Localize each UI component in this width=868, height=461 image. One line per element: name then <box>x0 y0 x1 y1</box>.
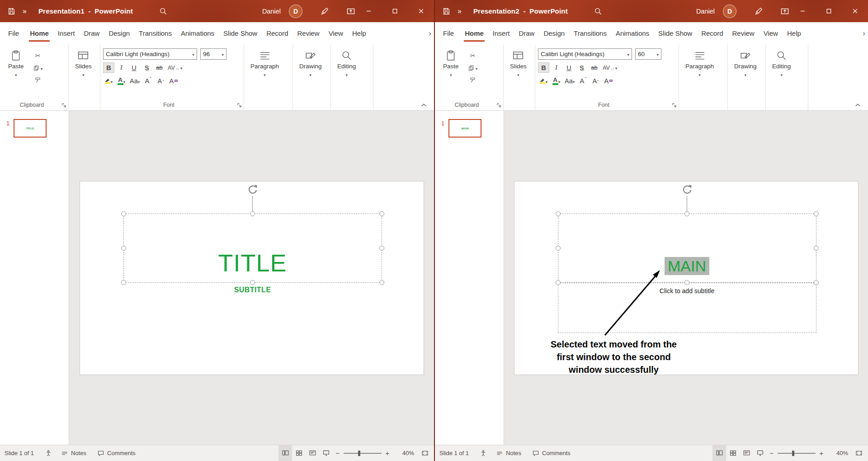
title-placeholder[interactable]: MAIN MAIN <box>558 214 816 283</box>
normal-view-button[interactable] <box>712 445 726 461</box>
character-spacing-button[interactable]: AV <box>166 62 184 73</box>
slide-canvas[interactable]: MAIN MAIN Click to add subtitle Selected… <box>504 111 868 445</box>
slide-subtitle-text[interactable]: SUBTITLE <box>123 286 382 294</box>
clear-formatting-button[interactable]: A <box>603 76 614 86</box>
zoom-in-button[interactable] <box>382 449 392 457</box>
notes-button[interactable]: Notes <box>496 450 521 457</box>
rotate-handle-icon[interactable] <box>247 184 259 195</box>
new-slide-button[interactable]: Slides <box>71 48 95 79</box>
notes-button[interactable]: Notes <box>61 450 86 457</box>
slideshow-button[interactable] <box>319 445 333 461</box>
tab-file[interactable]: File <box>2 22 25 45</box>
zoom-thumb[interactable] <box>358 451 360 456</box>
drawing-button[interactable]: Drawing <box>296 48 326 79</box>
tab-transitions[interactable]: Transitions <box>569 22 611 45</box>
maximize-button[interactable] <box>382 0 408 22</box>
tab-review[interactable]: Review <box>728 22 759 45</box>
font-color-button[interactable]: A <box>116 76 127 86</box>
quick-access-more-icon[interactable]: » <box>23 8 27 15</box>
font-name-select[interactable]: Calibri Light (Headings) <box>538 48 632 60</box>
pen-icon[interactable] <box>755 7 763 15</box>
slide-title-text[interactable]: TITLE <box>218 251 287 275</box>
tab-slide-show[interactable]: Slide Show <box>219 22 262 45</box>
slide-canvas[interactable]: TITLE TITLE SUBTITLE <box>69 111 434 445</box>
close-button[interactable] <box>842 0 868 22</box>
format-painter-button[interactable] <box>30 76 46 85</box>
selection-handle[interactable] <box>556 211 561 216</box>
dialog-launcher-icon[interactable] <box>496 103 501 108</box>
user-name[interactable]: Daniel <box>262 8 281 15</box>
search-icon[interactable] <box>594 7 602 15</box>
selection-handle[interactable] <box>121 280 126 285</box>
format-painter-button[interactable] <box>465 76 481 85</box>
zoom-in-button[interactable] <box>816 449 826 457</box>
tab-view[interactable]: View <box>759 22 783 45</box>
increase-font-size-button[interactable]: A <box>577 76 589 86</box>
tab-home[interactable]: Home <box>25 22 53 45</box>
slide-sorter-view-button[interactable] <box>726 445 740 461</box>
font-name-select[interactable]: Calibri Light (Headings) <box>103 48 197 60</box>
decrease-font-size-button[interactable]: A <box>155 76 166 86</box>
change-case-button[interactable]: Aa <box>128 76 141 86</box>
slide-thumbnail-item[interactable]: 1 MAIN <box>435 119 504 138</box>
selection-handle[interactable] <box>121 246 126 251</box>
text-shadow-button[interactable]: S <box>141 62 152 73</box>
zoom-out-button[interactable] <box>767 449 777 457</box>
minimize-button[interactable] <box>355 0 382 22</box>
slide-thumbnail-item[interactable]: 1 TITLE <box>0 119 69 138</box>
selection-handle[interactable] <box>684 280 689 285</box>
tabs-overflow-chevron-icon[interactable]: › <box>429 22 431 45</box>
selection-handle[interactable] <box>814 280 819 285</box>
underline-button[interactable]: U <box>128 62 140 73</box>
selection-handle[interactable] <box>814 246 819 251</box>
paste-button[interactable]: Paste <box>439 48 462 85</box>
tab-record[interactable]: Record <box>697 22 727 45</box>
tab-animations[interactable]: Animations <box>611 22 654 45</box>
fit-slide-to-window-button[interactable] <box>421 450 429 457</box>
zoom-slider[interactable] <box>778 450 816 457</box>
selection-handle[interactable] <box>250 280 255 285</box>
selection-handle[interactable] <box>379 211 384 216</box>
selection-handle[interactable] <box>684 211 689 216</box>
tab-help[interactable]: Help <box>783 22 806 45</box>
zoom-slider[interactable] <box>344 450 382 457</box>
font-size-select[interactable]: 60 <box>635 48 661 60</box>
search-icon[interactable] <box>159 7 167 15</box>
tab-file[interactable]: File <box>437 22 460 45</box>
zoom-out-button[interactable] <box>333 449 343 457</box>
slide-title-text-selected[interactable]: MAIN <box>665 257 709 275</box>
editing-button[interactable]: Editing <box>769 48 794 79</box>
copy-button[interactable] <box>30 63 46 72</box>
font-size-select[interactable]: 96 <box>200 48 226 60</box>
collapse-ribbon-button[interactable] <box>855 103 861 107</box>
drawing-button[interactable]: Drawing <box>731 48 760 79</box>
accessibility-icon[interactable] <box>45 450 52 457</box>
strikethrough-button[interactable]: ab <box>154 62 165 73</box>
slide-thumbnail[interactable]: TITLE <box>14 119 47 138</box>
zoom-level[interactable]: 40% <box>828 450 848 456</box>
close-button[interactable] <box>408 0 434 22</box>
new-slide-button[interactable]: Slides <box>506 48 530 79</box>
character-spacing-button[interactable]: AV <box>601 62 618 73</box>
reading-view-button[interactable] <box>306 445 319 461</box>
pen-icon[interactable] <box>321 7 329 15</box>
save-icon[interactable] <box>442 7 450 15</box>
rotate-handle-icon[interactable] <box>681 184 693 195</box>
tab-view[interactable]: View <box>324 22 348 45</box>
tab-help[interactable]: Help <box>348 22 371 45</box>
italic-button[interactable]: I <box>551 62 562 73</box>
tab-draw[interactable]: Draw <box>79 22 104 45</box>
comments-button[interactable]: Comments <box>97 450 136 457</box>
collapse-ribbon-button[interactable] <box>421 103 427 107</box>
reading-view-button[interactable] <box>740 445 753 461</box>
tab-design[interactable]: Design <box>104 22 134 45</box>
normal-view-button[interactable] <box>278 445 292 461</box>
tab-animations[interactable]: Animations <box>176 22 219 45</box>
tab-home[interactable]: Home <box>460 22 488 45</box>
clear-formatting-button[interactable]: A <box>168 76 179 86</box>
avatar[interactable]: D <box>723 5 736 18</box>
slide[interactable]: TITLE TITLE SUBTITLE <box>80 181 424 375</box>
selection-handle[interactable] <box>556 280 561 285</box>
avatar[interactable]: D <box>289 5 302 18</box>
increase-font-size-button[interactable]: A <box>142 76 154 86</box>
